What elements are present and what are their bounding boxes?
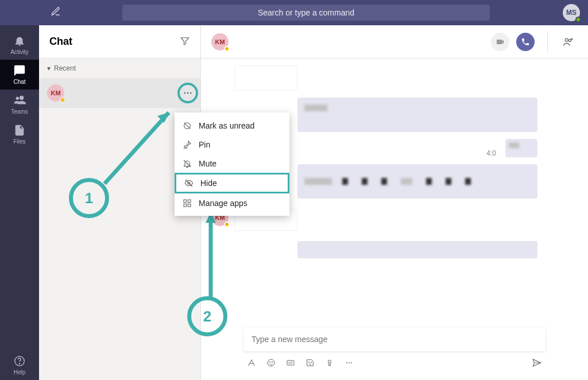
more-options-button[interactable] bbox=[177, 83, 198, 103]
presence-away-icon bbox=[224, 222, 230, 227]
rail-teams-label: Teams bbox=[11, 108, 28, 115]
svg-rect-22 bbox=[184, 204, 187, 207]
rail-help[interactable]: Help bbox=[0, 350, 39, 380]
chat-item-initials: KM bbox=[51, 90, 60, 96]
svg-point-14 bbox=[328, 360, 331, 363]
svg-point-16 bbox=[349, 362, 350, 363]
mute-icon bbox=[183, 159, 192, 168]
svg-point-9 bbox=[272, 362, 272, 362]
rail-files-label: Files bbox=[13, 138, 25, 145]
more-icon[interactable] bbox=[345, 358, 354, 370]
svg-rect-23 bbox=[188, 204, 191, 207]
phone-icon bbox=[521, 37, 530, 46]
composer-toolbar: GIF bbox=[243, 351, 546, 372]
svg-point-4 bbox=[190, 92, 191, 94]
conversation-avatar[interactable]: KM bbox=[211, 33, 229, 51]
gif-icon[interactable]: GIF bbox=[286, 358, 295, 370]
search-wrap bbox=[61, 5, 551, 21]
menu-manage-apps[interactable]: Manage apps bbox=[175, 193, 289, 212]
chat-icon bbox=[13, 64, 26, 77]
video-icon bbox=[496, 37, 505, 46]
message-timestamp: 4:0 bbox=[486, 149, 496, 157]
menu-mute[interactable]: Mute bbox=[175, 154, 289, 173]
compose-icon[interactable] bbox=[51, 6, 61, 19]
format-icon[interactable] bbox=[247, 358, 256, 370]
presence-away-icon bbox=[60, 97, 65, 103]
user-avatar[interactable]: MS bbox=[563, 4, 580, 21]
svg-point-13 bbox=[311, 362, 311, 363]
search-input[interactable] bbox=[122, 5, 490, 21]
help-icon bbox=[13, 355, 26, 367]
menu-label: Pin bbox=[199, 140, 210, 149]
svg-point-12 bbox=[308, 362, 309, 363]
rail-files[interactable]: Files bbox=[0, 119, 39, 149]
menu-label: Mark as unread bbox=[199, 121, 254, 130]
header-divider bbox=[547, 31, 548, 53]
conversation-header: KM bbox=[201, 25, 588, 59]
hide-icon bbox=[184, 179, 194, 188]
main-area: Activity Chat Teams Files Help Chat ▾ bbox=[0, 25, 588, 380]
emoji-icon[interactable] bbox=[266, 358, 276, 370]
teams-icon bbox=[13, 94, 26, 107]
sidebar-title: Chat bbox=[49, 36, 72, 48]
files-icon bbox=[13, 124, 26, 137]
menu-label: Manage apps bbox=[199, 199, 247, 208]
section-recent[interactable]: ▾ Recent bbox=[39, 59, 200, 78]
video-call-button[interactable] bbox=[491, 33, 509, 51]
message-bubble[interactable] bbox=[297, 98, 537, 132]
svg-rect-21 bbox=[188, 200, 191, 203]
message-bubble[interactable] bbox=[297, 164, 537, 199]
chevron-down-icon: ▾ bbox=[47, 64, 51, 72]
app-rail: Activity Chat Teams Files Help bbox=[0, 25, 39, 380]
menu-label: Hide bbox=[200, 179, 217, 188]
apps-icon bbox=[183, 199, 192, 208]
rail-chat[interactable]: Chat bbox=[0, 60, 39, 90]
user-initials: MS bbox=[566, 9, 577, 17]
svg-point-17 bbox=[351, 362, 352, 363]
chat-list-item[interactable]: KM bbox=[39, 78, 200, 108]
filter-icon[interactable] bbox=[180, 36, 190, 48]
rail-teams[interactable]: Teams bbox=[0, 90, 39, 119]
message-input[interactable] bbox=[252, 335, 537, 344]
rail-chat-label: Chat bbox=[13, 79, 25, 85]
composer-area: GIF bbox=[201, 327, 588, 380]
composer-box[interactable] bbox=[243, 327, 546, 351]
svg-point-5 bbox=[565, 38, 568, 41]
ellipsis-icon bbox=[183, 88, 193, 98]
presence-available-icon bbox=[575, 17, 581, 22]
conv-avatar-initials: KM bbox=[215, 38, 225, 45]
rail-activity[interactable]: Activity bbox=[0, 30, 39, 60]
menu-hide[interactable]: Hide bbox=[175, 173, 289, 193]
rail-help-label: Help bbox=[14, 369, 26, 375]
rail-activity-label: Activity bbox=[10, 49, 29, 55]
chat-item-avatar: KM bbox=[47, 84, 64, 102]
message-row-me bbox=[211, 241, 537, 258]
add-people-button[interactable] bbox=[559, 33, 578, 51]
message-row-other bbox=[211, 65, 537, 91]
sticker-icon[interactable] bbox=[305, 358, 315, 370]
send-icon[interactable] bbox=[532, 358, 542, 370]
svg-point-3 bbox=[187, 92, 188, 94]
message-bubble[interactable] bbox=[234, 65, 297, 91]
menu-mark-unread[interactable]: Mark as unread bbox=[175, 116, 289, 135]
top-bar: MS bbox=[0, 0, 588, 25]
svg-rect-20 bbox=[184, 200, 187, 203]
pin-icon bbox=[183, 140, 192, 149]
mark-unread-icon bbox=[183, 121, 192, 130]
message-bubble[interactable] bbox=[505, 139, 537, 157]
praise-icon[interactable] bbox=[325, 358, 334, 370]
audio-call-button[interactable] bbox=[516, 33, 535, 51]
sidebar-header: Chat bbox=[39, 25, 200, 59]
presence-away-icon bbox=[224, 46, 230, 52]
context-menu: Mark as unread Pin Mute Hide Manage apps bbox=[175, 113, 289, 216]
svg-point-2 bbox=[184, 92, 185, 94]
menu-pin[interactable]: Pin bbox=[175, 135, 289, 154]
message-bubble[interactable] bbox=[297, 241, 537, 258]
people-add-icon bbox=[563, 36, 574, 48]
svg-point-1 bbox=[19, 363, 20, 364]
svg-point-6 bbox=[568, 39, 571, 41]
svg-point-15 bbox=[346, 362, 347, 363]
section-label: Recent bbox=[54, 64, 76, 72]
svg-point-7 bbox=[268, 359, 274, 366]
bell-icon bbox=[13, 34, 26, 47]
